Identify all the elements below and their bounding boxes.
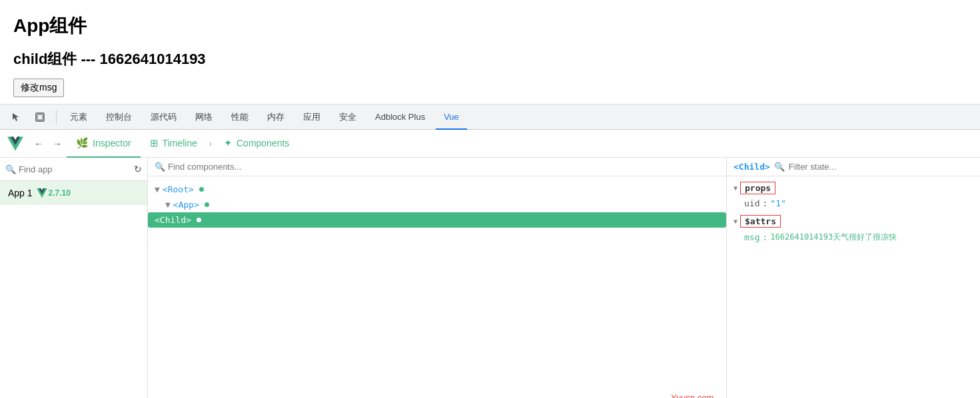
search-icon: 🔍: [5, 164, 16, 174]
tab-memory[interactable]: 内存: [259, 104, 292, 130]
vue-state-panel: <Child> 🔍 ▼ props uid : "1": [727, 158, 980, 398]
props-section: ▼ props uid : "1": [734, 182, 973, 210]
tab-adblock[interactable]: Adblock Plus: [367, 104, 433, 130]
uid-value: "1": [770, 198, 785, 208]
tab-network[interactable]: 网络: [187, 104, 221, 130]
inspector-icon: 🌿: [76, 137, 89, 149]
components-icon: ✦: [224, 137, 233, 149]
attrs-toggle[interactable]: ▼: [734, 218, 737, 225]
tab-security[interactable]: 安全: [331, 104, 364, 130]
attrs-section-name: $attrs: [740, 215, 781, 228]
root-tag: <Root>: [163, 184, 194, 194]
vue-version-text: 2.7.10: [49, 188, 71, 198]
app-dot: [205, 202, 209, 207]
app-tag: <App>: [173, 200, 199, 210]
vue-logo: [5, 134, 25, 154]
sidebar-toolbar: 🔍 ↻: [0, 158, 147, 181]
tab-console[interactable]: 控制台: [98, 104, 140, 130]
devtools-tabbar: 元素 控制台 源代码 网络 性能 内存 应用 安全 Adblock Plus V…: [0, 104, 980, 130]
attrs-section: ▼ $attrs msg : 1662641014193天气很好了很凉快: [734, 215, 973, 244]
state-toolbar: <Child> 🔍: [727, 158, 980, 176]
filter-state-input[interactable]: [789, 162, 973, 172]
tree-row-child[interactable]: <Child>: [148, 212, 726, 228]
component-tree: ▼ <Root> ▼ <App> <Child>: [148, 176, 726, 233]
vue-sidebar: 🔍 ↻ App 1 2.7.10: [0, 158, 148, 398]
vue-main: 🔍 ↻ App 1 2.7.10 🔍: [0, 158, 980, 398]
app-toggle[interactable]: ▼: [165, 200, 171, 210]
vue-panel: ← → 🌿 Inspector ⊞ Timeline › ✦ Component…: [0, 130, 980, 398]
tab-elements[interactable]: 元素: [62, 104, 95, 130]
vue-toolbar: ← → 🌿 Inspector ⊞ Timeline › ✦ Component…: [0, 130, 980, 158]
vue-tab-components[interactable]: ✦ Components: [215, 130, 298, 158]
app-item[interactable]: App 1 2.7.10: [0, 181, 147, 205]
props-section-name: props: [740, 182, 775, 194]
find-components-input[interactable]: [168, 162, 720, 172]
root-dot: [199, 187, 204, 192]
state-content: ▼ props uid : "1" ▼ $attrs: [727, 176, 980, 255]
forward-button[interactable]: →: [48, 134, 67, 153]
uid-key: uid: [744, 198, 759, 208]
watermark: Yuucn.com: [670, 393, 714, 398]
root-toggle[interactable]: ▼: [155, 184, 160, 194]
refresh-button[interactable]: ↻: [133, 162, 142, 176]
svg-rect-1: [37, 114, 43, 120]
timeline-icon: ⊞: [150, 137, 159, 149]
components-toolbar: 🔍: [148, 158, 726, 176]
selected-component-name: <Child>: [734, 162, 770, 172]
cursor-icon-btn[interactable]: [5, 106, 27, 128]
props-section-header: ▼ props: [734, 182, 973, 194]
inspect-icon-btn[interactable]: [29, 106, 51, 128]
back-button[interactable]: ←: [29, 134, 48, 153]
find-app-input[interactable]: [19, 164, 131, 174]
modify-msg-button[interactable]: 修改msg: [13, 79, 64, 97]
props-toggle[interactable]: ▼: [734, 184, 737, 192]
vue-tab-inspector[interactable]: 🌿 Inspector: [67, 130, 141, 158]
page-content: App组件 child组件 --- 1662641014193 修改msg: [0, 0, 980, 104]
page-title: App组件: [13, 13, 967, 39]
filter-state-search-icon: 🔍: [774, 162, 785, 172]
vue-components-panel: 🔍 ▼ <Root> ▼ <App> <Child>: [148, 158, 727, 398]
child-dot: [197, 218, 201, 222]
attrs-section-header: ▼ $attrs: [734, 215, 973, 228]
msg-value: 1662641014193天气很好了很凉快: [770, 232, 897, 243]
attrs-msg-row: msg : 1662641014193天气很好了很凉快: [734, 230, 973, 244]
tab-vue[interactable]: Vue: [436, 104, 467, 130]
vue-version-badge: 2.7.10: [37, 188, 71, 198]
page-subtitle: child组件 --- 1662641014193: [13, 49, 967, 69]
tab-performance[interactable]: 性能: [223, 104, 256, 130]
msg-key: msg: [744, 232, 759, 242]
child-tag: <Child>: [155, 215, 191, 225]
tree-row-app[interactable]: ▼ <App>: [165, 197, 720, 212]
uid-colon: :: [762, 198, 767, 208]
tree-row-root[interactable]: ▼ <Root>: [155, 182, 720, 197]
app-label: App 1: [8, 188, 33, 198]
find-components-search-icon: 🔍: [155, 162, 165, 172]
msg-colon: :: [762, 232, 767, 242]
tab-sources[interactable]: 源代码: [143, 104, 185, 130]
chevron-right-icon: ›: [207, 139, 215, 148]
tab-application[interactable]: 应用: [295, 104, 328, 130]
tab-separator: [56, 110, 57, 124]
props-uid-row: uid : "1": [734, 197, 973, 210]
vue-tab-timeline[interactable]: ⊞ Timeline: [141, 130, 207, 158]
